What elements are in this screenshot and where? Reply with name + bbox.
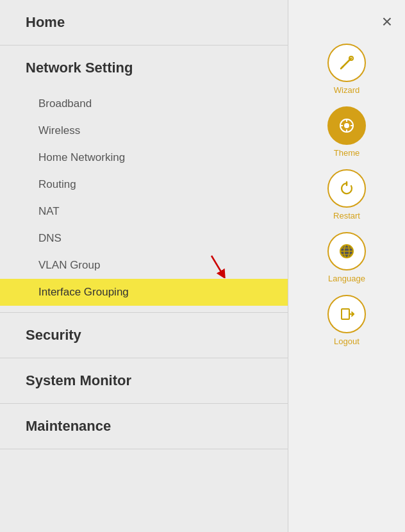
sidebar-section-system-monitor: System Monitor: [0, 358, 288, 404]
sidebar-section-home: Home: [0, 0, 288, 46]
submenu-home-networking[interactable]: Home Networking: [0, 144, 288, 171]
theme-icon: [337, 116, 356, 135]
restart-label: Restart: [333, 211, 360, 220]
logout-icon-circle: [327, 295, 366, 333]
sidebar-item-maintenance[interactable]: Maintenance: [0, 404, 288, 449]
logout-icon: [337, 304, 356, 324]
sidebar-item-system-monitor[interactable]: System Monitor: [0, 358, 288, 403]
close-button[interactable]: ×: [382, 13, 392, 31]
restart-icon: [337, 179, 356, 198]
svg-rect-17: [342, 309, 349, 319]
submenu-routing[interactable]: Routing: [0, 171, 288, 198]
svg-point-6: [344, 123, 349, 128]
theme-button[interactable]: Theme: [327, 106, 366, 158]
submenu-broadband[interactable]: Broadband: [0, 90, 288, 117]
logout-label: Logout: [334, 337, 360, 346]
submenu-vlan-group[interactable]: VLAN Group: [0, 252, 288, 279]
wizard-icon: [337, 53, 356, 72]
language-icon-circle: [327, 232, 366, 270]
language-label: Language: [328, 274, 365, 283]
theme-label: Theme: [334, 148, 360, 158]
submenu-interface-grouping[interactable]: Interface Grouping: [0, 279, 288, 306]
sidebar-section-maintenance: Maintenance: [0, 404, 288, 449]
submenu-dns[interactable]: DNS: [0, 225, 288, 252]
sidebar-item-network-setting[interactable]: Network Setting: [0, 46, 288, 90]
arrow-icon: [205, 253, 231, 278]
wizard-label: Wizard: [334, 85, 360, 95]
network-submenu: Broadband Wireless Home Networking Routi…: [0, 90, 288, 312]
right-panel: × Wizard Theme: [288, 0, 405, 532]
svg-line-1: [211, 256, 223, 275]
sidebar: Home Network Setting Broadband Wireless …: [0, 0, 288, 532]
submenu-nat[interactable]: NAT: [0, 198, 288, 225]
language-button[interactable]: Language: [327, 232, 366, 283]
sidebar-section-network: Network Setting Broadband Wireless Home …: [0, 46, 288, 313]
sidebar-item-security[interactable]: Security: [0, 313, 288, 358]
language-icon: [337, 242, 356, 261]
restart-button[interactable]: Restart: [327, 169, 366, 220]
sidebar-item-home[interactable]: Home: [0, 0, 288, 45]
svg-line-4: [341, 67, 343, 69]
theme-icon-circle: [327, 106, 366, 145]
submenu-wireless[interactable]: Wireless: [0, 117, 288, 144]
wizard-button[interactable]: Wizard: [327, 44, 366, 95]
wizard-icon-circle: [327, 44, 366, 82]
sidebar-section-security: Security: [0, 313, 288, 358]
logout-button[interactable]: Logout: [327, 295, 366, 346]
restart-icon-circle: [327, 169, 366, 208]
